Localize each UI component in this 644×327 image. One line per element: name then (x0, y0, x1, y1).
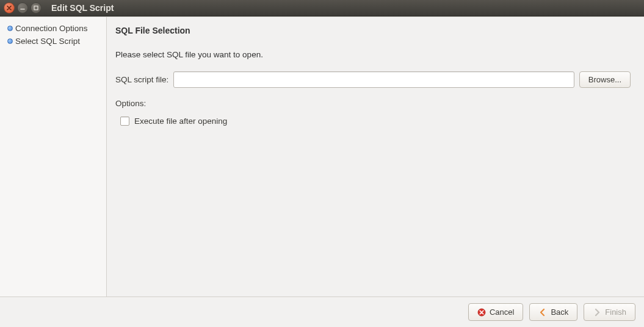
instruction-text: Please select SQL file you want to open. (115, 50, 631, 59)
dialog-footer: Cancel Back Finish (0, 296, 644, 327)
maximize-icon[interactable] (31, 2, 42, 13)
main-panel: SQL File Selection Please select SQL fil… (107, 17, 644, 296)
finish-button: Finish (584, 303, 635, 321)
back-button[interactable]: Back (529, 303, 577, 321)
sidebar-item-connection-options[interactable]: Connection Options (0, 22, 106, 35)
sql-file-input[interactable] (173, 71, 574, 88)
sidebar-item-select-sql-script[interactable]: Select SQL Script (0, 35, 106, 48)
execute-checkbox-row[interactable]: Execute file after opening (115, 117, 631, 126)
execute-checkbox-label: Execute file after opening (134, 117, 227, 126)
cancel-button[interactable]: Cancel (468, 303, 523, 321)
execute-checkbox[interactable] (120, 117, 129, 126)
options-label: Options: (115, 99, 631, 108)
cancel-icon (477, 308, 486, 317)
cancel-button-label: Cancel (490, 307, 514, 317)
svg-rect-0 (34, 6, 38, 10)
bullet-icon (7, 38, 13, 44)
chevron-right-icon (593, 308, 601, 317)
bullet-icon (7, 26, 13, 31)
file-row: SQL script file: Browse... (115, 71, 631, 88)
window-title: Edit SQL Script (51, 3, 114, 13)
titlebar: Edit SQL Script (0, 0, 644, 16)
dialog-body: Connection Options Select SQL Script SQL… (0, 16, 644, 327)
wizard-sidebar: Connection Options Select SQL Script (0, 17, 107, 296)
minimize-icon[interactable] (17, 2, 28, 13)
sidebar-item-label: Connection Options (15, 24, 88, 33)
browse-button[interactable]: Browse... (579, 71, 631, 88)
page-heading: SQL File Selection (115, 26, 631, 35)
back-button-label: Back (551, 307, 568, 317)
file-label: SQL script file: (115, 75, 168, 84)
close-icon[interactable] (4, 2, 15, 13)
finish-button-label: Finish (605, 307, 626, 317)
chevron-left-icon (538, 308, 547, 317)
browse-button-label: Browse... (588, 75, 621, 84)
sidebar-item-label: Select SQL Script (15, 37, 80, 46)
